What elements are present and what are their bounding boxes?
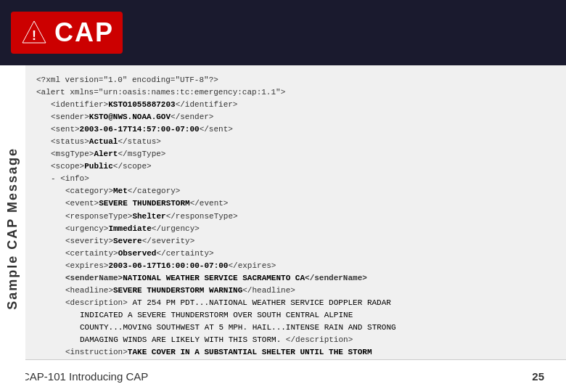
xml-event: <event>SEVERE THUNDERSTORM</event> bbox=[36, 197, 555, 210]
svg-text:!: ! bbox=[32, 28, 36, 43]
xml-headline: <headline>SEVERE THUNDERSTORM WARNING</h… bbox=[36, 285, 555, 297]
xml-expires: <expires>2003-06-17T16:00:00-07:00</expi… bbox=[36, 260, 555, 272]
cap-logo: ! CAP bbox=[11, 12, 123, 54]
side-label: Sample CAP Message bbox=[0, 65, 25, 392]
xml-prolog: <?xml version="1.0" encoding="UTF-8"?> bbox=[36, 74, 555, 86]
xml-sender: <sender>KSTO@NWS.NOAA.GOV</sender> bbox=[36, 111, 555, 123]
xml-sendername: <senderName>NATIONAL WEATHER SERVICE SAC… bbox=[36, 272, 555, 285]
xml-certainty: <certainty>Observed</certainty> bbox=[36, 248, 555, 260]
xml-category: <category>Met</category> bbox=[36, 185, 555, 197]
footer-title: CAP-101 Introducing CAP bbox=[22, 370, 148, 383]
xml-urgency: <urgency>Immediate</urgency> bbox=[36, 223, 555, 235]
cap-logo-icon: ! bbox=[20, 18, 49, 47]
xml-info-open: - <info> bbox=[36, 173, 555, 185]
footer-bar: CAP-101 Introducing CAP 25 bbox=[0, 359, 566, 392]
xml-description: <description> AT 254 PM PDT...NATIONAL W… bbox=[36, 297, 555, 309]
side-label-text: Sample CAP Message bbox=[5, 147, 20, 310]
header-bar: ! CAP bbox=[0, 0, 566, 65]
xml-severity: <severity>Severe</severity> bbox=[36, 235, 555, 248]
xml-description-4: DAMAGING WINDS ARE LIKELY WITH THIS STOR… bbox=[36, 334, 555, 346]
footer-page: 25 bbox=[532, 370, 544, 383]
xml-alert-open: <alert xmlns="urn:oasis:names:tc:emergen… bbox=[36, 86, 555, 99]
xml-msgtype: <msgType>Alert</msgType> bbox=[36, 148, 555, 160]
xml-content: <?xml version="1.0" encoding="UTF-8"?> <… bbox=[36, 74, 555, 359]
cap-logo-text: CAP bbox=[54, 17, 114, 48]
xml-identifier: <identifier>KSTO1055887203</identifier> bbox=[36, 99, 555, 111]
xml-scope: <scope>Public</scope> bbox=[36, 160, 555, 173]
xml-instruction: <instruction>TAKE COVER IN A SUBSTANTIAL… bbox=[36, 346, 555, 359]
xml-description-2: INDICATED A SEVERE THUNDERSTORM OVER SOU… bbox=[36, 309, 555, 322]
xml-responsetype: <responseType>Shelter</responseType> bbox=[36, 211, 555, 223]
xml-description-3: COUNTY...MOVING SOUTHWEST AT 5 MPH. HAIL… bbox=[36, 322, 555, 334]
main-content: <?xml version="1.0" encoding="UTF-8"?> <… bbox=[25, 65, 566, 359]
xml-sent: <sent>2003-06-17T14:57:00-07:00</sent> bbox=[36, 123, 555, 136]
xml-status: <status>Actual</status> bbox=[36, 136, 555, 148]
